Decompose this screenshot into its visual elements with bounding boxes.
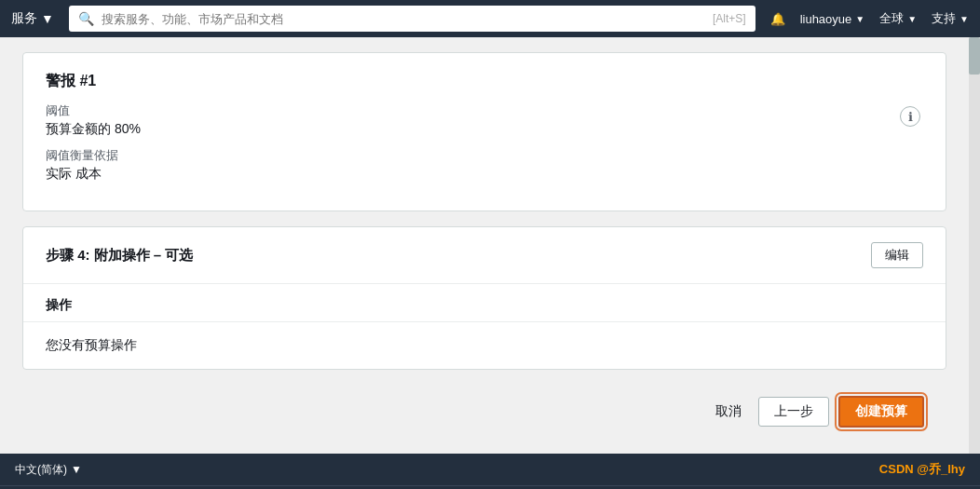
info-icon: ℹ [908,110,913,124]
search-shortcut: [Alt+S] [713,12,746,25]
watermark: CSDN @乔_lhy [879,461,965,478]
services-menu[interactable]: 服务 ▼ [11,10,54,27]
language-selector[interactable]: 中文(简体) ▼ [15,462,82,478]
top-navigation: 服务 ▼ 🔍 [Alt+S] 🔔 liuhaoyue ▼ 全球 ▼ 支持 ▼ [0,0,980,37]
notifications-button[interactable]: 🔔 [770,12,785,26]
search-icon: 🔍 [78,11,94,26]
threshold-field: 阈值 预算金额的 80% [46,102,923,138]
footer: 中文(简体) ▼ CSDN @乔_lhy © 2008 - 2021, Amaz… [0,454,980,489]
lang-chevron-icon: ▼ [71,463,82,476]
lang-label: 中文(简体) [15,462,67,478]
support-menu[interactable]: 支持 ▼ [932,10,969,27]
user-chevron-icon: ▼ [855,14,864,24]
services-chevron-icon: ▼ [41,11,54,26]
prev-button[interactable]: 上一步 [758,397,829,427]
create-budget-button[interactable]: 创建预算 [838,396,924,428]
support-label: 支持 [932,10,956,27]
footer-top: 中文(简体) ▼ CSDN @乔_lhy [0,454,980,486]
user-menu[interactable]: liuhaoyue ▼ [800,12,865,26]
empty-message: 您没有预算操作 [23,322,946,369]
step4-edit-button[interactable]: 编辑 [871,242,923,268]
operations-label: 操作 [23,284,946,322]
search-bar[interactable]: 🔍 [Alt+S] [69,6,755,32]
scrollbar-thumb[interactable] [969,37,980,75]
alert-card-title: 警报 #1 [46,72,923,91]
alert-card: 警报 #1 阈值 预算金额的 80% 阈值衡量依据 实际 成本 [22,52,946,211]
region-chevron-icon: ▼ [907,14,917,24]
cancel-button[interactable]: 取消 [708,400,749,424]
support-chevron-icon: ▼ [960,14,969,24]
region-menu[interactable]: 全球 ▼ [879,10,917,27]
region-label: 全球 [879,10,904,27]
main-content: ℹ 警报 #1 阈值 预算金额的 80% 阈值衡量依据 实际 成本 步骤 4: … [0,37,969,454]
basis-label: 阈值衡量依据 [46,147,923,164]
step4-header: 步骤 4: 附加操作 – 可选 编辑 [23,227,946,284]
threshold-label: 阈值 [46,102,923,119]
page-body: ℹ 警报 #1 阈值 预算金额的 80% 阈值衡量依据 实际 成本 步骤 4: … [0,37,980,454]
action-bar: 取消 上一步 创建预算 [22,385,946,439]
threshold-value: 预算金额的 80% [46,121,923,138]
basis-field: 阈值衡量依据 实际 成本 [46,147,923,183]
info-button[interactable]: ℹ [900,106,920,127]
nav-right-area: 🔔 liuhaoyue ▼ 全球 ▼ 支持 ▼ [770,10,969,27]
step4-section: 步骤 4: 附加操作 – 可选 编辑 操作 您没有预算操作 [22,226,946,370]
services-label: 服务 [11,10,37,27]
scrollbar-track[interactable] [969,37,980,454]
search-input[interactable] [102,12,705,26]
basis-value: 实际 成本 [46,166,923,183]
bell-icon: 🔔 [770,12,785,26]
step4-title: 步骤 4: 附加操作 – 可选 [46,247,193,265]
user-label: liuhaoyue [800,12,852,26]
